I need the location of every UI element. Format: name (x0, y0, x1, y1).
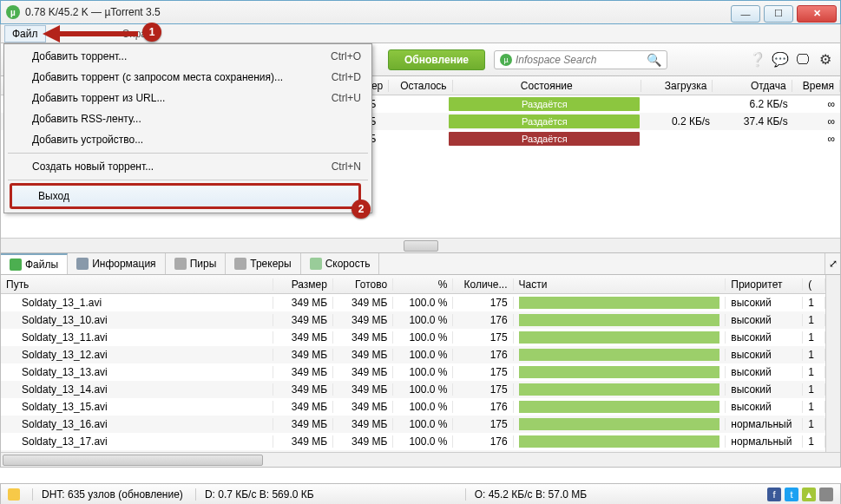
cell-pct: 100.0 % (393, 435, 453, 448)
cell-cnt: 175 (453, 383, 513, 396)
files-header: Путь Размер Готово % Количе... Части При… (1, 275, 825, 294)
settings-icon[interactable]: ⚙ (816, 50, 835, 69)
cell-priority: высокий (726, 314, 803, 326)
cell-pct: 100.0 % (393, 418, 453, 430)
file-row[interactable]: Soldaty_13_14.avi349 МБ349 МБ100.0 %175в… (1, 381, 825, 398)
chat-icon[interactable]: 💬 (771, 50, 790, 69)
col-fsize[interactable]: Размер (273, 278, 333, 291)
col-download[interactable]: Загрузка (641, 80, 713, 92)
files-scrollbar-v[interactable] (825, 275, 840, 452)
col-state[interactable]: Состояние (453, 80, 641, 92)
cell-done: 349 МБ (333, 435, 393, 448)
cell-priority: высокий (726, 297, 803, 309)
menu-item-label: Добавить RSS-ленту... (32, 113, 361, 125)
cell-fsize: 349 МБ (273, 418, 333, 430)
menubar: Файл Спра 1 (0, 24, 841, 43)
menu-item-shortcut: Ctrl+N (332, 160, 361, 173)
menu-file[interactable]: Файл (4, 25, 46, 43)
torrent-scrollbar-h[interactable] (1, 238, 840, 252)
menu-separator (8, 180, 368, 180)
statusbar: DHT: 635 узлов (обновление) D: 0.7 КБ/с … (0, 483, 841, 504)
file-row[interactable]: Soldaty_13_11.avi349 МБ349 МБ100.0 %175в… (1, 329, 825, 346)
remote-icon[interactable]: 🖵 (793, 50, 812, 69)
col-extra[interactable]: ( (803, 278, 825, 291)
cell-pct: 100.0 % (393, 383, 453, 396)
cell-cnt: 176 (453, 435, 513, 448)
cell-priority: высокий (726, 383, 803, 396)
cell-cnt: 175 (453, 331, 513, 344)
cell-time: ∞ (793, 98, 840, 110)
col-path[interactable]: Путь (1, 278, 273, 291)
col-upload[interactable]: Отдача (713, 80, 792, 92)
minimize-button[interactable]: — (731, 5, 760, 23)
cell-fsize: 349 МБ (273, 383, 333, 396)
cell-fsize: 349 МБ (273, 366, 333, 378)
tabs-expand-icon[interactable]: ⤢ (825, 253, 840, 274)
file-row[interactable]: Soldaty_13_1.avi349 МБ349 МБ100.0 %175вы… (1, 294, 825, 311)
menu-item[interactable]: Добавить торрент...Ctrl+O (6, 46, 370, 67)
cell-parts (514, 401, 726, 413)
info-icon (76, 258, 89, 270)
col-parts[interactable]: Части (514, 278, 726, 291)
close-button[interactable]: ✕ (797, 5, 837, 23)
file-row[interactable]: Soldaty_13_12.avi349 МБ349 МБ100.0 %176в… (1, 346, 825, 363)
menu-item[interactable]: Создать новый торрент...Ctrl+N (6, 156, 370, 177)
menu-item[interactable]: Добавить торрент из URL...Ctrl+U (6, 88, 370, 108)
col-pct[interactable]: % (393, 278, 453, 291)
file-row[interactable]: Soldaty_13_15.avi349 МБ349 МБ100.0 %176в… (1, 398, 825, 416)
update-button[interactable]: Обновление (388, 49, 485, 70)
annotation-bubble-1: 1 (142, 23, 161, 42)
file-row[interactable]: Soldaty_13_10.avi349 МБ349 МБ100.0 %176в… (1, 311, 825, 329)
twitter-icon[interactable]: t (785, 488, 798, 501)
tab-peers-label: Пиры (190, 258, 217, 270)
cell-download: 0.2 КБ/s (645, 115, 715, 128)
maximize-button[interactable]: ☐ (764, 5, 793, 23)
cell-path: Soldaty_13_11.avi (1, 331, 273, 344)
cell-priority: высокий (726, 401, 803, 413)
col-remain[interactable]: Осталось (389, 80, 452, 92)
tab-files[interactable]: Файлы (1, 253, 68, 274)
file-row[interactable]: Soldaty_13_17.avi349 МБ349 МБ100.0 %176н… (1, 433, 825, 450)
files-scrollbar-h[interactable] (1, 452, 840, 467)
tab-trackers[interactable]: Трекеры (226, 253, 300, 274)
col-done[interactable]: Готово (333, 278, 393, 291)
menu-item[interactable]: Добавить торрент (с запросом места сохра… (6, 67, 370, 88)
cell-priority: высокий (726, 331, 803, 344)
tab-files-label: Файлы (25, 259, 58, 271)
menu-item-label: Добавить торрент (с запросом места сохра… (32, 71, 332, 83)
cell-extra: 1 (803, 314, 825, 326)
window-title: 0.78 K/45.2 K — µTorrent 3.5 (25, 6, 161, 18)
apple-icon[interactable] (819, 488, 833, 501)
cell-extra: 1 (803, 401, 825, 413)
cell-state: Раздаётся (443, 115, 645, 128)
cell-path: Soldaty_13_15.avi (1, 401, 273, 413)
tab-info[interactable]: Информация (68, 253, 165, 274)
col-priority[interactable]: Приоритет (726, 278, 803, 291)
tab-info-label: Информация (92, 258, 155, 270)
cell-done: 349 МБ (333, 401, 393, 413)
col-time[interactable]: Время (792, 80, 840, 92)
menu-exit[interactable]: Выход (12, 186, 358, 206)
file-row[interactable]: Soldaty_13_13.avi349 МБ349 МБ100.0 %175в… (1, 363, 825, 381)
search-box[interactable]: µ 🔍 (494, 50, 667, 69)
menu-item[interactable]: Добавить устройство... (6, 129, 370, 150)
cell-done: 349 МБ (333, 331, 393, 344)
file-row[interactable]: Soldaty_13_16.avi349 МБ349 МБ100.0 %175н… (1, 416, 825, 433)
menu-item[interactable]: Добавить RSS-ленту... (6, 108, 370, 129)
cell-cnt: 175 (453, 366, 513, 378)
android-icon[interactable]: ▲ (802, 488, 816, 501)
help-icon[interactable]: ❔ (748, 50, 767, 69)
cell-priority: нормальный (726, 435, 803, 448)
search-input[interactable] (516, 54, 637, 66)
menu-item-label: Добавить торрент... (32, 50, 331, 62)
network-status-icon[interactable] (8, 488, 20, 501)
cell-fsize: 349 МБ (273, 349, 333, 361)
facebook-icon[interactable]: f (767, 488, 781, 501)
cell-parts (514, 331, 726, 344)
tab-speed[interactable]: Скорость (301, 253, 380, 274)
tab-peers[interactable]: Пиры (166, 253, 227, 274)
menu-exit-label: Выход (38, 190, 350, 202)
search-icon[interactable]: 🔍 (647, 53, 661, 67)
col-count[interactable]: Количе... (453, 278, 513, 291)
cell-extra: 1 (803, 331, 825, 344)
